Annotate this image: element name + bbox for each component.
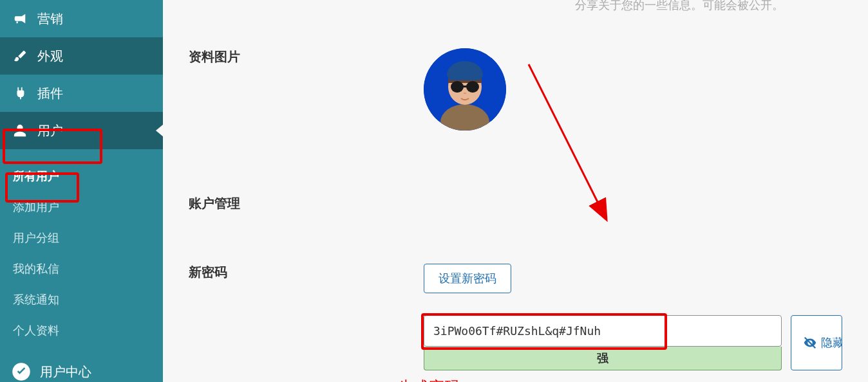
sidebar-item-label: 插件: [37, 85, 63, 102]
sidebar-item-marketing[interactable]: 营销: [0, 0, 163, 37]
sidebar-item-label: 用户中心: [40, 363, 91, 381]
check-circle-icon: [12, 362, 31, 381]
sidebar-item-label: 用户: [37, 122, 63, 140]
submenu-user-groups[interactable]: 用户分组: [0, 223, 163, 253]
account-management-label: 账户管理: [189, 195, 240, 212]
svg-point-4: [451, 81, 464, 93]
submenu-label: 用户分组: [13, 230, 59, 246]
sidebar-item-appearance[interactable]: 外观: [0, 37, 163, 75]
sidebar-item-users[interactable]: 用户: [0, 112, 163, 149]
password-strength-indicator: 强: [424, 347, 782, 370]
annotation-generate-password: 生成密码: [398, 377, 842, 382]
new-password-label: 新密码: [189, 264, 424, 281]
profile-image-label: 资料图片: [189, 48, 424, 66]
sidebar-submenu: 所有用户 添加用户 用户分组 我的私信 系统通知 个人资料: [0, 149, 163, 346]
user-icon: [12, 123, 28, 138]
set-new-password-button[interactable]: 设置新密码: [424, 264, 511, 293]
megaphone-icon: [12, 12, 28, 26]
submenu-profile[interactable]: 个人资料: [0, 315, 163, 346]
submenu-label: 我的私信: [13, 261, 59, 277]
avatar-container: [424, 48, 506, 131]
hide-password-button[interactable]: 隐藏: [791, 315, 842, 370]
plug-icon: [12, 86, 28, 100]
header-description: 分享关于您的一些信息。可能会被公开。: [575, 0, 784, 13]
avatar[interactable]: [424, 48, 506, 131]
sidebar: 营销 外观 插件 用户 所有用户 添加用户 用户分组 我的私信 系统: [0, 0, 163, 382]
submenu-label: 所有用户: [13, 168, 59, 184]
password-input[interactable]: [424, 315, 782, 347]
brush-icon: [12, 49, 28, 63]
svg-point-5: [466, 81, 479, 93]
sidebar-item-label: 外观: [37, 48, 63, 65]
svg-rect-6: [462, 86, 467, 87]
submenu-add-user[interactable]: 添加用户: [0, 192, 163, 223]
submenu-all-users[interactable]: 所有用户: [0, 161, 163, 192]
submenu-my-messages[interactable]: 我的私信: [0, 253, 163, 284]
sidebar-item-user-center[interactable]: 用户中心: [0, 352, 163, 382]
hide-button-label: 隐藏: [821, 335, 842, 350]
submenu-label: 系统通知: [13, 292, 59, 307]
main-content: 分享关于您的一些信息。可能会被公开。 资料图片: [163, 0, 868, 382]
submenu-system-notifications[interactable]: 系统通知: [0, 284, 163, 315]
eye-slash-icon: [803, 336, 817, 350]
submenu-label: 添加用户: [13, 199, 59, 215]
submenu-label: 个人资料: [13, 323, 59, 338]
sidebar-item-label: 营销: [37, 10, 63, 28]
sidebar-item-plugins[interactable]: 插件: [0, 75, 163, 112]
